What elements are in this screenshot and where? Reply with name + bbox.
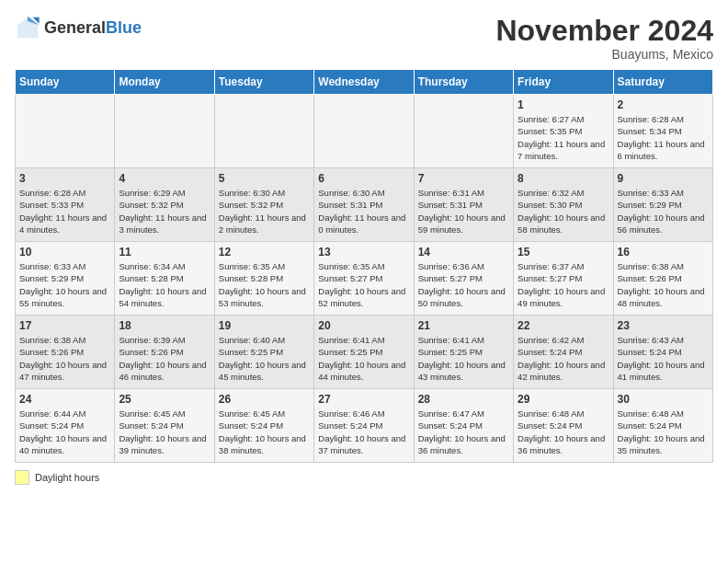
day-info: Sunrise: 6:33 AM Sunset: 5:29 PM Dayligh… bbox=[618, 187, 709, 236]
general-blue-logo-icon bbox=[15, 15, 40, 40]
day-number: 19 bbox=[219, 319, 310, 332]
calendar-cell: 3Sunrise: 6:28 AM Sunset: 5:33 PM Daylig… bbox=[16, 168, 115, 242]
weekday-header-wednesday: Wednesday bbox=[314, 70, 414, 95]
calendar-cell bbox=[16, 95, 115, 168]
day-number: 11 bbox=[119, 246, 210, 259]
day-info: Sunrise: 6:43 AM Sunset: 5:24 PM Dayligh… bbox=[618, 334, 709, 383]
day-number: 21 bbox=[418, 319, 509, 332]
day-number: 2 bbox=[618, 98, 709, 111]
day-number: 27 bbox=[318, 393, 409, 406]
legend-box bbox=[15, 470, 29, 485]
calendar-cell: 30Sunrise: 6:48 AM Sunset: 5:24 PM Dayli… bbox=[613, 389, 712, 463]
day-info: Sunrise: 6:37 AM Sunset: 5:27 PM Dayligh… bbox=[518, 260, 609, 309]
day-info: Sunrise: 6:41 AM Sunset: 5:25 PM Dayligh… bbox=[418, 334, 509, 383]
calendar-week-row: 10Sunrise: 6:33 AM Sunset: 5:29 PM Dayli… bbox=[16, 242, 713, 316]
page-header: General Blue November 2024 Buayums, Mexi… bbox=[15, 15, 713, 62]
day-number: 6 bbox=[318, 172, 409, 185]
day-info: Sunrise: 6:44 AM Sunset: 5:24 PM Dayligh… bbox=[19, 408, 110, 456]
logo-general: General bbox=[44, 19, 106, 36]
calendar-cell bbox=[314, 95, 414, 168]
day-number: 10 bbox=[19, 246, 110, 259]
day-info: Sunrise: 6:45 AM Sunset: 5:24 PM Dayligh… bbox=[119, 408, 210, 456]
day-number: 23 bbox=[618, 319, 709, 332]
calendar-cell bbox=[115, 95, 214, 168]
day-info: Sunrise: 6:35 AM Sunset: 5:28 PM Dayligh… bbox=[219, 260, 310, 309]
calendar-cell: 7Sunrise: 6:31 AM Sunset: 5:31 PM Daylig… bbox=[414, 168, 513, 242]
calendar-week-row: 1Sunrise: 6:27 AM Sunset: 5:35 PM Daylig… bbox=[16, 95, 713, 168]
calendar-cell: 27Sunrise: 6:46 AM Sunset: 5:24 PM Dayli… bbox=[314, 389, 414, 463]
calendar-cell: 25Sunrise: 6:45 AM Sunset: 5:24 PM Dayli… bbox=[115, 389, 214, 463]
day-info: Sunrise: 6:38 AM Sunset: 5:26 PM Dayligh… bbox=[19, 334, 110, 383]
day-number: 14 bbox=[418, 246, 509, 259]
day-number: 9 bbox=[618, 172, 709, 185]
calendar-cell: 17Sunrise: 6:38 AM Sunset: 5:26 PM Dayli… bbox=[16, 316, 115, 389]
day-number: 5 bbox=[219, 172, 310, 185]
day-number: 28 bbox=[418, 393, 509, 406]
day-info: Sunrise: 6:30 AM Sunset: 5:32 PM Dayligh… bbox=[219, 187, 310, 236]
calendar-cell: 15Sunrise: 6:37 AM Sunset: 5:27 PM Dayli… bbox=[514, 242, 613, 316]
location-title: Buayums, Mexico bbox=[495, 47, 713, 62]
day-info: Sunrise: 6:48 AM Sunset: 5:24 PM Dayligh… bbox=[518, 408, 609, 456]
day-info: Sunrise: 6:48 AM Sunset: 5:24 PM Dayligh… bbox=[618, 408, 709, 456]
calendar-cell: 18Sunrise: 6:39 AM Sunset: 5:26 PM Dayli… bbox=[115, 316, 214, 389]
calendar-table: SundayMondayTuesdayWednesdayThursdayFrid… bbox=[15, 69, 713, 463]
day-number: 18 bbox=[119, 319, 210, 332]
calendar-cell bbox=[414, 95, 513, 168]
day-info: Sunrise: 6:29 AM Sunset: 5:32 PM Dayligh… bbox=[119, 187, 210, 236]
day-number: 25 bbox=[119, 393, 210, 406]
weekday-header-sunday: Sunday bbox=[16, 70, 115, 95]
day-info: Sunrise: 6:39 AM Sunset: 5:26 PM Dayligh… bbox=[119, 334, 210, 383]
calendar-cell: 23Sunrise: 6:43 AM Sunset: 5:24 PM Dayli… bbox=[613, 316, 712, 389]
calendar-week-row: 24Sunrise: 6:44 AM Sunset: 5:24 PM Dayli… bbox=[16, 389, 713, 463]
day-info: Sunrise: 6:41 AM Sunset: 5:25 PM Dayligh… bbox=[318, 334, 409, 383]
day-number: 8 bbox=[518, 172, 609, 185]
legend-row: Daylight hours bbox=[15, 470, 713, 485]
day-info: Sunrise: 6:31 AM Sunset: 5:31 PM Dayligh… bbox=[418, 187, 509, 236]
calendar-cell: 28Sunrise: 6:47 AM Sunset: 5:24 PM Dayli… bbox=[414, 389, 513, 463]
day-number: 7 bbox=[418, 172, 509, 185]
calendar-cell: 13Sunrise: 6:35 AM Sunset: 5:27 PM Dayli… bbox=[314, 242, 414, 316]
calendar-cell: 12Sunrise: 6:35 AM Sunset: 5:28 PM Dayli… bbox=[214, 242, 313, 316]
calendar-cell: 29Sunrise: 6:48 AM Sunset: 5:24 PM Dayli… bbox=[514, 389, 613, 463]
logo-blue: Blue bbox=[106, 19, 142, 36]
day-number: 3 bbox=[19, 172, 110, 185]
day-info: Sunrise: 6:36 AM Sunset: 5:27 PM Dayligh… bbox=[418, 260, 509, 309]
weekday-header-row: SundayMondayTuesdayWednesdayThursdayFrid… bbox=[16, 70, 713, 95]
weekday-header-tuesday: Tuesday bbox=[214, 70, 313, 95]
day-number: 1 bbox=[518, 98, 609, 111]
day-info: Sunrise: 6:45 AM Sunset: 5:24 PM Dayligh… bbox=[219, 408, 310, 456]
calendar-cell: 4Sunrise: 6:29 AM Sunset: 5:32 PM Daylig… bbox=[115, 168, 214, 242]
calendar-cell: 14Sunrise: 6:36 AM Sunset: 5:27 PM Dayli… bbox=[414, 242, 513, 316]
calendar-cell: 19Sunrise: 6:40 AM Sunset: 5:25 PM Dayli… bbox=[214, 316, 313, 389]
day-number: 12 bbox=[219, 246, 310, 259]
day-number: 4 bbox=[119, 172, 210, 185]
weekday-header-monday: Monday bbox=[115, 70, 214, 95]
day-info: Sunrise: 6:28 AM Sunset: 5:34 PM Dayligh… bbox=[618, 113, 709, 162]
day-info: Sunrise: 6:42 AM Sunset: 5:24 PM Dayligh… bbox=[518, 334, 609, 383]
weekday-header-friday: Friday bbox=[514, 70, 613, 95]
legend-label: Daylight hours bbox=[35, 472, 99, 483]
day-number: 15 bbox=[518, 246, 609, 259]
day-number: 29 bbox=[518, 393, 609, 406]
calendar-cell: 1Sunrise: 6:27 AM Sunset: 5:35 PM Daylig… bbox=[514, 95, 613, 168]
day-info: Sunrise: 6:30 AM Sunset: 5:31 PM Dayligh… bbox=[318, 187, 409, 236]
calendar-cell: 11Sunrise: 6:34 AM Sunset: 5:28 PM Dayli… bbox=[115, 242, 214, 316]
calendar-week-row: 17Sunrise: 6:38 AM Sunset: 5:26 PM Dayli… bbox=[16, 316, 713, 389]
calendar-cell: 8Sunrise: 6:32 AM Sunset: 5:30 PM Daylig… bbox=[514, 168, 613, 242]
day-number: 30 bbox=[618, 393, 709, 406]
weekday-header-thursday: Thursday bbox=[414, 70, 513, 95]
calendar-cell: 2Sunrise: 6:28 AM Sunset: 5:34 PM Daylig… bbox=[613, 95, 712, 168]
day-number: 24 bbox=[19, 393, 110, 406]
calendar-cell: 26Sunrise: 6:45 AM Sunset: 5:24 PM Dayli… bbox=[214, 389, 313, 463]
day-info: Sunrise: 6:33 AM Sunset: 5:29 PM Dayligh… bbox=[19, 260, 110, 309]
day-info: Sunrise: 6:35 AM Sunset: 5:27 PM Dayligh… bbox=[318, 260, 409, 309]
day-info: Sunrise: 6:32 AM Sunset: 5:30 PM Dayligh… bbox=[518, 187, 609, 236]
weekday-header-saturday: Saturday bbox=[613, 70, 712, 95]
day-number: 13 bbox=[318, 246, 409, 259]
day-info: Sunrise: 6:47 AM Sunset: 5:24 PM Dayligh… bbox=[418, 408, 509, 456]
calendar-cell: 24Sunrise: 6:44 AM Sunset: 5:24 PM Dayli… bbox=[16, 389, 115, 463]
logo: General Blue bbox=[15, 15, 142, 40]
day-info: Sunrise: 6:28 AM Sunset: 5:33 PM Dayligh… bbox=[19, 187, 110, 236]
calendar-cell: 10Sunrise: 6:33 AM Sunset: 5:29 PM Dayli… bbox=[16, 242, 115, 316]
calendar-cell: 16Sunrise: 6:38 AM Sunset: 5:26 PM Dayli… bbox=[613, 242, 712, 316]
